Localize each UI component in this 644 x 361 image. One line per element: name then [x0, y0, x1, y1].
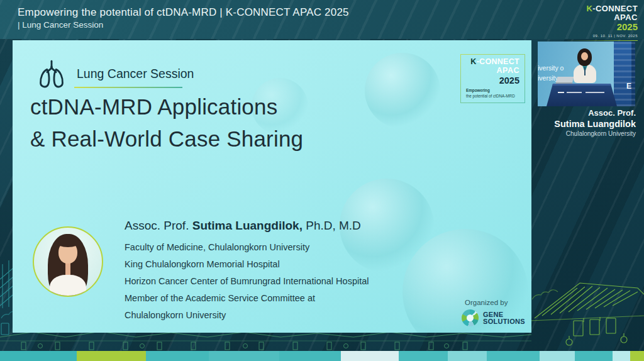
livestream-screen: Empowering the potential of ctDNA-MRD | …	[0, 0, 644, 361]
session-underline	[74, 87, 182, 88]
slide-title-line1: ctDNA-MRD Applications	[30, 91, 303, 123]
top-bar: Empowering the potential of ctDNA-MRD | …	[0, 0, 644, 39]
logo-year: 2025	[466, 76, 519, 86]
logo-kconnect: K-CONNECT	[466, 58, 519, 67]
event-badge-topright: K-CONNECT APAC 2025 09. 10. 11 | NOV. 20…	[567, 4, 638, 41]
footer-bar-segment	[487, 351, 540, 361]
gene-solutions-logo: GENE SOLUTIONS	[462, 309, 525, 326]
video-caption: Assoc. Prof. Sutima Luangdilok Chulalong…	[531, 108, 636, 138]
affiliation-line: Chulalongkorn University	[125, 307, 369, 324]
caption-name: Sutima Luangdilok	[531, 118, 636, 130]
speaker-video-thumbnail[interactable]: iversity o iversity E	[538, 42, 635, 106]
caption-title: Assoc. Prof.	[531, 108, 636, 118]
footer-bar-segment	[540, 351, 575, 361]
event-title: Empowering the potential of ctDNA-MRD | …	[18, 6, 349, 19]
footer-bar-segment	[341, 351, 399, 361]
lungs-icon	[38, 59, 65, 89]
footer-bar-segment	[399, 351, 448, 361]
speaker-affiliations: Faculty of Medicine, Chulalongkorn Unive…	[125, 239, 369, 324]
affiliation-line: King Chulalongkorn Memorial Hospital	[125, 256, 369, 273]
affiliation-line: Horizon Cancer Center of Bumrungrad Inte…	[125, 273, 369, 290]
molecule-decoration	[365, 53, 440, 128]
stage-banner	[614, 42, 635, 106]
footer-bar-segment	[0, 351, 77, 361]
badge-kconnect: K-CONNECT	[567, 4, 638, 13]
laptop	[556, 77, 574, 84]
footer-bar-segment	[77, 351, 146, 361]
affiliation-line: Faculty of Medicine, Chulalongkorn Unive…	[125, 239, 369, 256]
footer-bar-segment	[630, 351, 644, 361]
footer-color-bar	[0, 351, 644, 361]
badge-dates: 09. 10. 11 | NOV. 2025	[567, 34, 638, 38]
badge-underline	[567, 40, 638, 41]
badge-year: 2025	[567, 22, 638, 32]
session-subtitle: | Lung Cancer Session	[18, 20, 103, 30]
stage-banner-letter: E	[626, 82, 631, 91]
footer-bar-segment	[146, 351, 209, 361]
speaker-photo	[33, 226, 103, 297]
logo-apac: APAC	[466, 67, 519, 75]
caption-university: Chulalongkorn University	[531, 130, 636, 138]
photo-body	[50, 275, 86, 297]
gene-solutions-logo-icon	[462, 309, 479, 326]
gene-solutions-logo-text: GENE SOLUTIONS	[483, 311, 525, 325]
video-speaker-lanyard	[584, 67, 586, 75]
badge-apac: APAC	[567, 13, 638, 22]
presentation-slide: Lung Cancer Session ctDNA-MRD Applicatio…	[13, 40, 531, 333]
footer-bar-segment	[279, 351, 341, 361]
podium	[547, 84, 617, 106]
projection-screen-text: iversity	[538, 74, 558, 82]
speaker-name-bold: Sutima Luangdilok,	[192, 219, 303, 232]
organized-by-label: Organized by	[465, 299, 508, 306]
logo-tagline: Empowering the potential of ctDNA-MRD	[466, 88, 515, 99]
session-label: Lung Cancer Session	[77, 67, 194, 81]
footer-bar-segment	[613, 351, 630, 361]
slide-title: ctDNA-MRD Applications & Real-World Case…	[30, 91, 303, 155]
footer-bar-segment	[575, 351, 613, 361]
speaker-name-line: Assoc. Prof. Sutima Luangdilok, Ph.D, M.…	[125, 219, 361, 233]
footer-bar-segment	[209, 351, 279, 361]
video-speaker-face	[581, 52, 588, 60]
projection-screen-text: iversity o	[538, 64, 564, 72]
podium-logos	[558, 90, 604, 95]
affiliation-line: Member of the Academic Service Committee…	[125, 290, 369, 307]
slide-title-line2: & Real-World Case Sharing	[30, 123, 303, 155]
slide-event-logo: K-CONNECT APAC 2025 Empowering the poten…	[460, 54, 525, 103]
footer-bar-segment	[448, 351, 487, 361]
